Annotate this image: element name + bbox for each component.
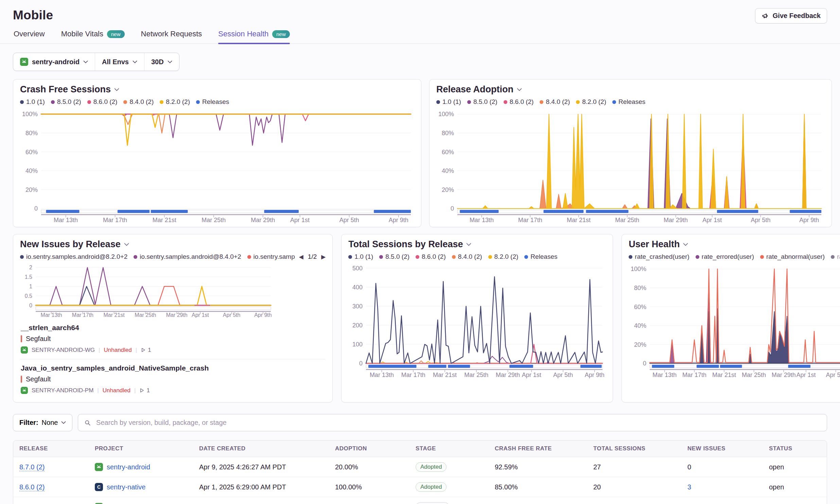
release-adoption-title[interactable]: Release Adoption bbox=[436, 84, 825, 95]
legend-dot-icon bbox=[467, 100, 471, 104]
legend-dot-icon bbox=[696, 255, 699, 259]
legend-label: 8.6.0 (2) bbox=[510, 98, 534, 106]
legend-item[interactable]: 8.2.0 (2) bbox=[576, 98, 606, 106]
legend-item[interactable]: 8.2.0 (2) bbox=[160, 98, 190, 106]
tab-mobile-vitals[interactable]: Mobile Vitalsnew bbox=[61, 30, 125, 43]
legend-label: 1.0 (1) bbox=[442, 98, 461, 106]
new-issues-title[interactable]: New Issues by Release bbox=[20, 239, 326, 250]
issue-item[interactable]: Java_io_sentry_samples_android_NativeSam… bbox=[20, 359, 326, 399]
release-link[interactable]: 8.6.0 (2) bbox=[19, 483, 45, 491]
col-date-created[interactable]: DATE CREATED bbox=[193, 440, 329, 457]
legend-dot-icon bbox=[20, 100, 24, 104]
legend-dot-icon bbox=[87, 100, 91, 104]
issue-item[interactable]: __strlen_aarch64 Segfault SENTRY-ANDROID… bbox=[20, 319, 326, 359]
legend-item[interactable]: rate_crashed(user) bbox=[629, 253, 689, 260]
date-range-selector[interactable]: 30D bbox=[144, 53, 179, 71]
issue-title[interactable]: Java_io_sentry_samples_android_NativeSam… bbox=[21, 364, 325, 372]
svg-text:Mar 21st: Mar 21st bbox=[153, 217, 176, 223]
legend-item[interactable]: 8.2.0 (2) bbox=[488, 253, 519, 260]
svg-text:Mar 17th: Mar 17th bbox=[72, 312, 93, 318]
legend-item[interactable]: 8.5.0 (2) bbox=[51, 98, 81, 106]
svg-text:Mar 29th: Mar 29th bbox=[166, 312, 188, 318]
legend-item[interactable]: 8.4.0 (2) bbox=[452, 253, 482, 260]
project-selector[interactable]: sentry-android bbox=[13, 53, 95, 71]
legend-item[interactable]: 1.0 (1) bbox=[436, 98, 461, 106]
legend-item[interactable]: 8.6.0 (2) bbox=[416, 253, 446, 260]
chevron-down-icon bbox=[683, 243, 688, 246]
android-platform-icon bbox=[95, 463, 103, 471]
give-feedback-button[interactable]: Give Feedback bbox=[755, 8, 827, 23]
svg-text:Apr 9th: Apr 9th bbox=[585, 372, 605, 378]
legend-item[interactable]: 8.4.0 (2) bbox=[540, 98, 570, 106]
legend-item[interactable]: io.sentry.samp bbox=[247, 253, 295, 260]
legend-item[interactable]: Releases bbox=[196, 98, 229, 106]
legend-item[interactable]: rate_healthy(user) bbox=[831, 253, 840, 260]
legend-dot-icon bbox=[524, 255, 528, 259]
total-sessions-title[interactable]: Total Sessions by Release bbox=[348, 239, 606, 250]
table-filter-button[interactable]: Filter: None bbox=[13, 414, 72, 431]
legend-item[interactable]: rate_errored(user) bbox=[696, 253, 754, 260]
legend-prev-icon[interactable]: ◀ bbox=[299, 253, 303, 260]
col-project[interactable]: PROJECT bbox=[89, 440, 193, 457]
legend-item[interactable]: 1.0 (1) bbox=[20, 98, 45, 106]
legend-item[interactable]: Releases bbox=[612, 98, 645, 106]
chevron-down-icon bbox=[133, 60, 137, 64]
legend-item[interactable]: io.sentry.samples.android@8.4.0+2 bbox=[134, 253, 241, 260]
svg-text:60%: 60% bbox=[634, 304, 646, 310]
release-link[interactable]: 8.7.0 (2) bbox=[19, 463, 45, 471]
total-sessions-chart[interactable]: 0100200300400500Mar 13thMar 17thMar 21st… bbox=[348, 262, 606, 379]
new-issues-chart[interactable]: 00.511.52Mar 13thMar 17thMar 21stMar 25t… bbox=[20, 262, 274, 319]
svg-text:40%: 40% bbox=[25, 167, 38, 174]
svg-text:Apr 5th: Apr 5th bbox=[223, 312, 241, 318]
svg-text:Mar 13th: Mar 13th bbox=[54, 217, 78, 223]
release-search[interactable] bbox=[78, 414, 827, 431]
legend-item[interactable]: rate_abnormal(user) bbox=[760, 253, 825, 260]
col-stage[interactable]: STAGE bbox=[409, 440, 489, 457]
legend-item[interactable]: 8.5.0 (2) bbox=[467, 98, 497, 106]
environment-selector[interactable]: All Envs bbox=[95, 53, 144, 71]
col-crash-free-rate[interactable]: CRASH FREE RATE bbox=[489, 440, 587, 457]
svg-text:Mar 29th: Mar 29th bbox=[664, 217, 688, 223]
event-count: 1 bbox=[141, 347, 151, 354]
crash-free-sessions-chart[interactable]: 020%40%60%80%100%Mar 13thMar 17thMar 21s… bbox=[20, 107, 414, 224]
legend-item[interactable]: 8.6.0 (2) bbox=[504, 98, 534, 106]
legend-item[interactable]: 1.0 (1) bbox=[348, 253, 373, 260]
col-total-sessions[interactable]: TOTAL SESSIONS bbox=[587, 440, 681, 457]
legend-page-label: 1/2 bbox=[308, 253, 317, 260]
svg-text:500: 500 bbox=[352, 265, 363, 272]
release-adoption-chart[interactable]: 020%40%60%80%100%Mar 13thMar 17thMar 21s… bbox=[436, 107, 825, 224]
tab-network-requests[interactable]: Network Requests bbox=[141, 30, 202, 43]
tab-overview[interactable]: Overview bbox=[14, 30, 45, 43]
col-status[interactable]: STATUS bbox=[763, 440, 827, 457]
legend-label: 8.5.0 (2) bbox=[385, 253, 409, 260]
divider: | bbox=[134, 387, 136, 394]
svg-text:20%: 20% bbox=[634, 341, 646, 348]
col-new-issues[interactable]: NEW ISSUES bbox=[681, 440, 763, 457]
legend-item[interactable]: Releases bbox=[524, 253, 557, 260]
new-badge: new bbox=[272, 30, 290, 38]
legend-item[interactable]: io.sentry.samples.android@8.2.0+2 bbox=[20, 253, 127, 260]
legend-item[interactable]: 8.4.0 (2) bbox=[123, 98, 154, 106]
adoption-cell: 0.00% bbox=[329, 497, 409, 504]
project-link[interactable]: sentry-android bbox=[107, 463, 150, 471]
legend-item[interactable]: 8.6.0 (2) bbox=[87, 98, 118, 106]
legend-next-icon[interactable]: ▶ bbox=[321, 253, 326, 260]
svg-text:0: 0 bbox=[643, 360, 646, 367]
user-health-title[interactable]: User Health bbox=[629, 239, 840, 250]
new-issues-link[interactable]: 3 bbox=[687, 483, 691, 491]
panel-title-label: Total Sessions by Release bbox=[348, 239, 463, 250]
tab-session-health[interactable]: Session Healthnew bbox=[218, 30, 290, 43]
col-adoption[interactable]: ADOPTION bbox=[329, 440, 409, 457]
legend-item[interactable]: 8.5.0 (2) bbox=[379, 253, 409, 260]
col-release[interactable]: RELEASE bbox=[13, 440, 89, 457]
issue-title[interactable]: __strlen_aarch64 bbox=[21, 324, 325, 332]
crash-free-sessions-title[interactable]: Crash Free Sessions bbox=[20, 84, 414, 95]
svg-text:Mar 25th: Mar 25th bbox=[135, 312, 156, 318]
legend-label: 8.2.0 (2) bbox=[494, 253, 519, 260]
chevron-down-icon bbox=[83, 60, 88, 64]
search-input[interactable] bbox=[95, 418, 821, 427]
chevron-down-icon bbox=[61, 421, 66, 424]
user-health-chart[interactable]: 020%40%60%80%100%Mar 13thMar 17thMar 21s… bbox=[629, 262, 840, 379]
panel-title-label: New Issues by Release bbox=[20, 239, 121, 250]
project-link[interactable]: sentry-native bbox=[107, 483, 146, 491]
